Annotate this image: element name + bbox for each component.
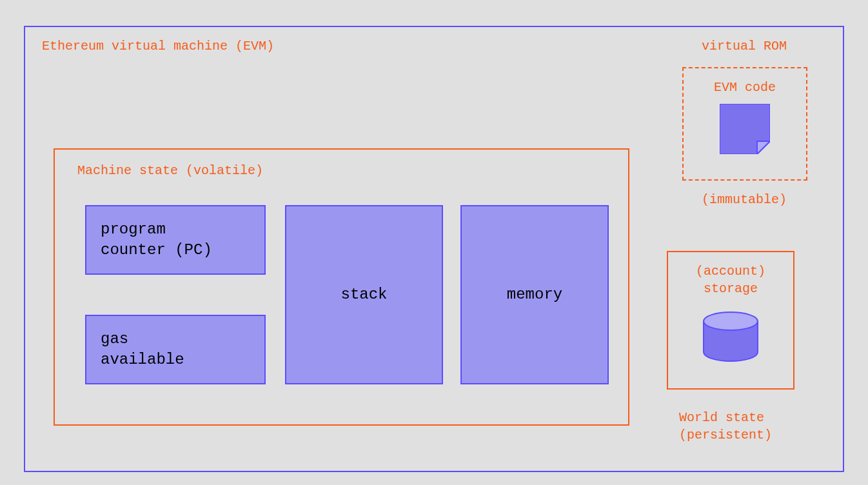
virtual-rom-label: virtual ROM [702, 39, 787, 54]
account-storage-box: (account) storage [667, 251, 794, 390]
evm-code-label: EVM code [684, 80, 806, 95]
program-counter-label: program counter (PC) [101, 219, 212, 261]
svg-point-0 [704, 312, 758, 330]
gas-available-label: gas available [101, 329, 184, 371]
immutable-label: (immutable) [702, 192, 787, 207]
machine-state-title: Machine state (volatile) [77, 163, 263, 178]
memory-label: memory [507, 284, 562, 305]
storage-cylinder-icon [701, 310, 760, 363]
evm-code-icon [720, 104, 770, 154]
world-state-label: World state (persistent) [679, 409, 772, 444]
account-storage-label: (account) storage [668, 262, 793, 297]
rom-box: EVM code [682, 67, 807, 181]
gas-available-box: gas available [85, 315, 266, 384]
stack-box: stack [285, 205, 443, 384]
stack-label: stack [340, 284, 387, 305]
evm-title: Ethereum virtual machine (EVM) [42, 39, 274, 54]
memory-box: memory [460, 205, 609, 384]
program-counter-box: program counter (PC) [85, 205, 266, 275]
